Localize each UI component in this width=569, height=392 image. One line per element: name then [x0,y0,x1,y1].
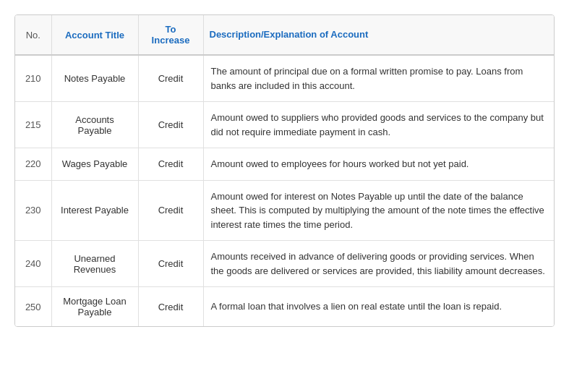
cell-to-increase: Credit [138,55,203,102]
header-account-title: Account Title [51,15,138,55]
table-row: 250Mortgage Loan PayableCreditA formal l… [15,287,554,327]
cell-no: 215 [15,102,51,148]
header-no: No. [15,15,51,55]
cell-to-increase: Credit [138,241,203,287]
cell-description: Amount owed for interest on Notes Payabl… [203,180,554,241]
cell-account-title: Unearned Revenues [51,241,138,287]
main-table-wrapper: No. Account Title ToIncrease Description… [14,14,555,327]
cell-no: 210 [15,55,51,102]
cell-account-title: Accounts Payable [51,102,138,148]
table-row: 210Notes PayableCreditThe amount of prin… [15,55,554,102]
cell-account-title: Notes Payable [51,55,138,102]
cell-no: 250 [15,287,51,327]
cell-description: Amount owed to employees for hours worke… [203,148,554,181]
cell-no: 230 [15,180,51,241]
cell-description: A formal loan that involves a lien on re… [203,287,554,327]
table-header-row: No. Account Title ToIncrease Description… [15,15,554,55]
cell-description: The amount of principal due on a formal … [203,55,554,102]
table-row: 220Wages PayableCreditAmount owed to emp… [15,148,554,181]
cell-to-increase: Credit [138,102,203,148]
cell-description: Amounts received in advance of deliverin… [203,241,554,287]
cell-to-increase: Credit [138,180,203,241]
cell-no: 240 [15,241,51,287]
cell-to-increase: Credit [138,148,203,181]
cell-description: Amount owed to suppliers who provided go… [203,102,554,148]
cell-no: 220 [15,148,51,181]
table-row: 240Unearned RevenuesCreditAmounts receiv… [15,241,554,287]
header-to-increase: ToIncrease [138,15,203,55]
table-row: 230Interest PayableCreditAmount owed for… [15,180,554,241]
header-description: Description/Explanation of Account [203,15,554,55]
cell-account-title: Wages Payable [51,148,138,181]
table-row: 215Accounts PayableCreditAmount owed to … [15,102,554,148]
cell-account-title: Interest Payable [51,180,138,241]
cell-account-title: Mortgage Loan Payable [51,287,138,327]
account-table: No. Account Title ToIncrease Description… [15,15,554,326]
cell-to-increase: Credit [138,287,203,327]
